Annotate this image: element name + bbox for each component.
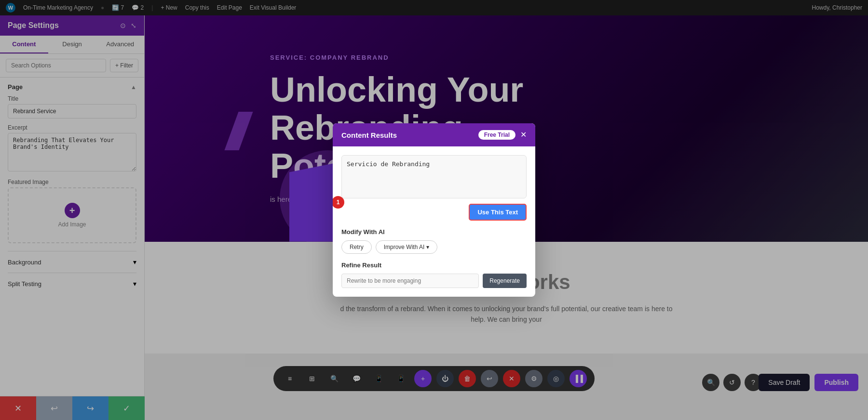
modal-overlay[interactable]: Content Results Free Trial ✕ Servicio de… bbox=[0, 0, 868, 420]
modify-with-ai-title: Modify With AI bbox=[341, 228, 527, 236]
modal-modify-row: Retry Improve With AI ▾ bbox=[341, 240, 527, 254]
regenerate-button[interactable]: Regenerate bbox=[483, 274, 527, 288]
use-this-text-button[interactable]: Use This Text bbox=[469, 204, 527, 221]
modal-header-right: Free Trial ✕ bbox=[478, 130, 527, 140]
modal-use-btn-row: 1 Use This Text bbox=[341, 204, 527, 221]
step-badge-1: 1 bbox=[333, 196, 344, 209]
refine-input[interactable] bbox=[341, 274, 479, 288]
modal-header: Content Results Free Trial ✕ bbox=[333, 123, 535, 146]
retry-button[interactable]: Retry bbox=[341, 240, 372, 254]
refine-result-title: Refine Result bbox=[341, 262, 527, 269]
chevron-down-icon-3: ▾ bbox=[426, 244, 429, 250]
modal-close-button[interactable]: ✕ bbox=[520, 131, 527, 139]
modal-body: Servicio de Rebranding 1 Use This Text M… bbox=[333, 146, 535, 297]
modal-refine-row: Regenerate bbox=[341, 274, 527, 288]
content-results-modal: Content Results Free Trial ✕ Servicio de… bbox=[333, 123, 535, 297]
modal-title: Content Results bbox=[341, 131, 397, 139]
improve-with-ai-button[interactable]: Improve With AI ▾ bbox=[376, 240, 438, 254]
free-trial-badge[interactable]: Free Trial bbox=[478, 130, 515, 140]
modal-content-textarea[interactable]: Servicio de Rebranding bbox=[341, 155, 527, 198]
